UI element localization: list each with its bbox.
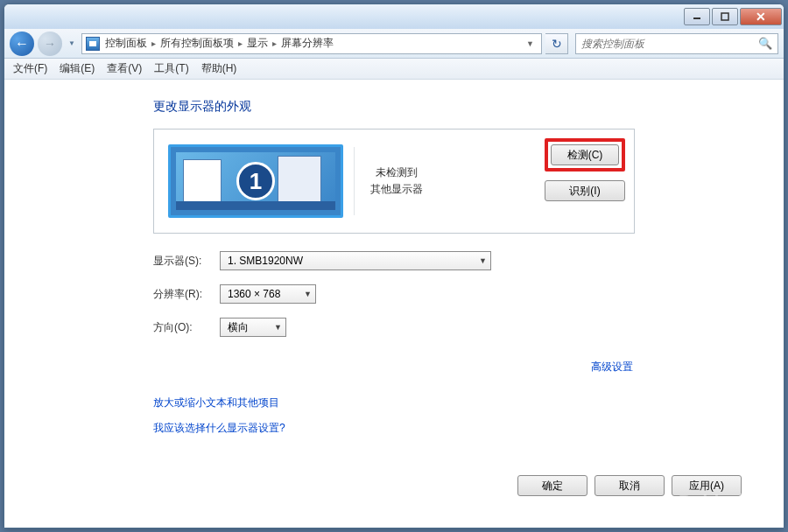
- forward-button[interactable]: →: [38, 32, 62, 56]
- menu-file[interactable]: 文件(F): [13, 61, 47, 76]
- history-dropdown[interactable]: ▼: [66, 33, 78, 54]
- orientation-select[interactable]: 横向 ▼: [220, 318, 286, 337]
- display-row: 显示器(S): 1. SMB1920NW ▼: [153, 251, 784, 270]
- breadcrumb-item[interactable]: 控制面板: [105, 36, 147, 51]
- advanced-settings-link[interactable]: 高级设置: [591, 360, 633, 373]
- page-title: 更改显示器的外观: [153, 99, 784, 115]
- settings-form: 显示器(S): 1. SMB1920NW ▼ 分辨率(R): 1360 × 76…: [153, 251, 784, 337]
- monitor-number-badge: 1: [236, 162, 275, 200]
- content-area: 更改显示器的外观 1 未检测到 其他显示器 检测(C) 识别(I): [4, 80, 784, 528]
- orientation-row: 方向(O): 横向 ▼: [153, 318, 784, 337]
- menu-view[interactable]: 查看(V): [107, 61, 142, 76]
- address-bar[interactable]: 控制面板 ▸ 所有控制面板项 ▸ 显示 ▸ 屏幕分辨率 ▼: [81, 33, 542, 54]
- help-links: 放大或缩小文本和其他项目 我应该选择什么显示器设置?: [153, 396, 784, 436]
- menu-edit[interactable]: 编辑(E): [60, 61, 95, 76]
- search-box[interactable]: 🔍: [575, 33, 778, 54]
- no-other-display-text: 未检测到 其他显示器: [354, 147, 438, 215]
- chevron-down-icon: ▼: [269, 323, 282, 332]
- svg-rect-1: [721, 13, 728, 20]
- menu-bar: 文件(F) 编辑(E) 查看(V) 工具(T) 帮助(H): [4, 59, 784, 80]
- navigation-bar: ← → ▼ 控制面板 ▸ 所有控制面板项 ▸ 显示 ▸ 屏幕分辨率 ▼ ↻ 🔍: [4, 29, 784, 59]
- monitor-preview[interactable]: 1: [168, 144, 343, 218]
- back-button[interactable]: ←: [10, 32, 34, 56]
- window: ✕ ← → ▼ 控制面板 ▸ 所有控制面板项 ▸ 显示 ▸ 屏幕分辨率 ▼ ↻ …: [4, 4, 784, 528]
- monitor-arrangement-panel: 1 未检测到 其他显示器 检测(C) 识别(I): [153, 129, 635, 234]
- resolution-row: 分辨率(R): 1360 × 768 ▼: [153, 284, 784, 304]
- resolution-label: 分辨率(R):: [153, 287, 220, 302]
- minimize-button[interactable]: [684, 8, 710, 25]
- identify-button[interactable]: 识别(I): [545, 180, 625, 201]
- maximize-button[interactable]: [712, 8, 738, 25]
- close-button[interactable]: ✕: [740, 8, 782, 25]
- cancel-button[interactable]: 取消: [595, 475, 665, 496]
- titlebar: ✕: [4, 4, 784, 29]
- display-select[interactable]: 1. SMB1920NW ▼: [220, 251, 491, 270]
- display-label: 显示器(S):: [153, 254, 220, 269]
- detect-button[interactable]: 检测(C): [551, 144, 619, 165]
- annotation-highlight: 检测(C): [545, 138, 625, 172]
- chevron-down-icon: ▼: [299, 290, 312, 298]
- search-input[interactable]: [581, 38, 758, 50]
- address-dropdown-icon[interactable]: ▼: [523, 39, 538, 48]
- detect-identify-group: 检测(C) 识别(I): [545, 138, 625, 201]
- menu-help[interactable]: 帮助(H): [201, 61, 237, 76]
- breadcrumb-item[interactable]: 显示: [247, 36, 268, 51]
- breadcrumb-separator-icon: ▸: [151, 38, 156, 48]
- refresh-button[interactable]: ↻: [545, 33, 568, 54]
- advanced-settings-row: 高级设置: [4, 358, 633, 374]
- breadcrumb-item[interactable]: 所有控制面板项: [160, 36, 234, 51]
- mock-taskbar: [176, 201, 335, 210]
- menu-tools[interactable]: 工具(T): [154, 61, 188, 76]
- orientation-label: 方向(O):: [153, 320, 220, 335]
- mock-window-icon: [278, 156, 321, 203]
- ok-button[interactable]: 确定: [517, 475, 587, 496]
- breadcrumb-separator-icon: ▸: [238, 38, 243, 48]
- breadcrumb-separator-icon: ▸: [272, 38, 277, 48]
- breadcrumb-item[interactable]: 屏幕分辨率: [281, 36, 334, 51]
- apply-button[interactable]: 应用(A): [672, 475, 742, 496]
- text-size-link[interactable]: 放大或缩小文本和其他项目: [153, 396, 784, 410]
- control-panel-icon: [86, 37, 100, 51]
- dialog-buttons: 确定 取消 应用(A): [517, 475, 742, 496]
- which-settings-link[interactable]: 我应该选择什么显示器设置?: [153, 421, 784, 436]
- window-controls: ✕: [684, 8, 782, 25]
- mock-window-icon: [183, 159, 222, 203]
- resolution-select[interactable]: 1360 × 768 ▼: [220, 284, 316, 304]
- chevron-down-icon: ▼: [474, 256, 487, 265]
- search-icon[interactable]: 🔍: [758, 37, 772, 50]
